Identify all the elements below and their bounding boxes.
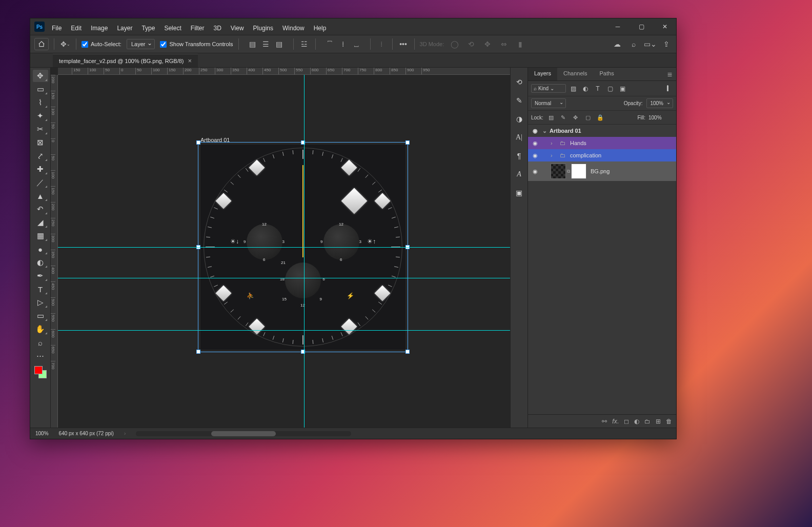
- type-tool[interactable]: T: [33, 283, 48, 295]
- adjustment-layer-icon[interactable]: ◐: [634, 418, 639, 425]
- layer-filter-dropdown[interactable]: ⌕ Kind ⌄: [531, 84, 566, 93]
- search-icon[interactable]: ⌕: [628, 38, 639, 50]
- adjustments-panel-icon[interactable]: ◑: [516, 115, 522, 123]
- eyedropper-tool[interactable]: ⤤: [33, 150, 48, 162]
- menu-type[interactable]: Type: [140, 23, 156, 34]
- libraries-panel-icon[interactable]: ▣: [516, 189, 522, 197]
- brushes-panel-icon[interactable]: ✎: [516, 96, 522, 105]
- show-transform-checkbox[interactable]: Show Transform Controls: [160, 41, 233, 48]
- glyphs-panel-icon[interactable]: A: [517, 170, 521, 178]
- filter-pixel-icon[interactable]: ▨: [568, 84, 578, 94]
- visibility-toggle[interactable]: ◉: [528, 140, 542, 147]
- marquee-tool[interactable]: ▭: [33, 83, 48, 95]
- lock-artboard-icon[interactable]: ▢: [583, 113, 593, 122]
- layer-thumbnail[interactable]: [551, 164, 566, 179]
- align-top-icon[interactable]: ⎴: [324, 38, 335, 50]
- paragraph-panel-icon[interactable]: ¶: [517, 152, 521, 160]
- document-tab[interactable]: template_facer_v2.psd @ 100% (BG.png, RG…: [53, 54, 198, 67]
- clone-stamp-tool[interactable]: ▲: [33, 190, 48, 202]
- move-tool[interactable]: ✥: [33, 70, 48, 82]
- horizontal-guide-2[interactable]: [58, 278, 510, 278]
- canvas-area[interactable]: 1501005005010015020025030035040045050055…: [51, 68, 510, 428]
- new-group-icon[interactable]: 🗀: [644, 418, 651, 425]
- opacity-input[interactable]: 100%: [646, 98, 673, 108]
- horizontal-ruler[interactable]: 1501005005010015020025030035040045050055…: [58, 68, 510, 75]
- menu-help[interactable]: Help: [313, 23, 328, 34]
- tab-paths[interactable]: Paths: [594, 68, 620, 80]
- visibility-toggle[interactable]: ◉: [528, 128, 542, 134]
- visibility-toggle[interactable]: ◉: [528, 152, 542, 159]
- move-tool-preset-icon[interactable]: ✥⌄: [59, 38, 71, 50]
- character-panel-icon[interactable]: A|: [516, 133, 522, 141]
- layer-mask-thumbnail[interactable]: [571, 164, 586, 179]
- delete-layer-icon[interactable]: 🗑: [666, 418, 672, 425]
- hand-tool[interactable]: ✋: [33, 323, 48, 335]
- auto-select-target-dropdown[interactable]: Layer: [127, 39, 155, 49]
- new-layer-icon[interactable]: ⊞: [656, 418, 661, 425]
- close-tab-icon[interactable]: ×: [188, 57, 192, 65]
- history-brush-tool[interactable]: ↶: [33, 203, 48, 215]
- panel-menu-icon[interactable]: ≡: [663, 68, 676, 80]
- lock-all-icon[interactable]: 🔒: [596, 113, 605, 122]
- align-center-icon[interactable]: ☰: [260, 38, 272, 50]
- horizontal-scrollbar[interactable]: [136, 431, 351, 436]
- layer-bg[interactable]: ◉ ⧉ BG.png: [528, 161, 676, 181]
- brush-tool[interactable]: ／: [33, 176, 48, 189]
- layer-group-hands[interactable]: ◉ › 🗀 Hands: [528, 137, 676, 149]
- horizontal-guide-3[interactable]: [58, 330, 510, 331]
- menu-3d[interactable]: 3D: [212, 23, 222, 34]
- menu-file[interactable]: File: [51, 23, 63, 34]
- minimize-button[interactable]: ─: [611, 22, 625, 32]
- align-left-icon[interactable]: ▤: [247, 38, 258, 50]
- menu-image[interactable]: Image: [90, 23, 109, 34]
- layer-group-complication[interactable]: ◉ › 🗀 complication: [528, 149, 676, 161]
- foreground-color[interactable]: [34, 366, 43, 374]
- tab-channels[interactable]: Channels: [557, 68, 593, 80]
- maximize-button[interactable]: ▢: [634, 22, 648, 32]
- tab-layers[interactable]: Layers: [528, 68, 557, 80]
- document-dimensions[interactable]: 640 px x 640 px (72 ppi): [59, 431, 114, 436]
- blend-mode-dropdown[interactable]: Normal: [531, 98, 566, 108]
- filter-smart-icon[interactable]: ▣: [617, 84, 627, 94]
- visibility-toggle[interactable]: ◉: [528, 168, 542, 175]
- vertical-guide[interactable]: [304, 75, 304, 428]
- lock-position-icon[interactable]: ✥: [571, 113, 580, 122]
- align-right-icon[interactable]: ▤: [274, 38, 285, 50]
- home-button[interactable]: [34, 38, 49, 50]
- history-panel-icon[interactable]: ⟲: [516, 78, 522, 86]
- lasso-tool[interactable]: ⌇: [33, 96, 48, 109]
- cloud-docs-icon[interactable]: ☁: [612, 38, 623, 50]
- align-bottom-icon[interactable]: ⎵: [351, 38, 362, 50]
- crop-tool[interactable]: ✂: [33, 123, 48, 135]
- layer-artboard[interactable]: ◉ ⌄ Artboard 01: [528, 125, 676, 137]
- pen-tool[interactable]: ✒: [33, 270, 48, 282]
- menu-select[interactable]: Select: [163, 23, 182, 34]
- zoom-tool[interactable]: ⌕: [33, 336, 48, 349]
- align-middle-icon[interactable]: ⁞: [337, 38, 349, 50]
- menu-filter[interactable]: Filter: [190, 23, 206, 34]
- lock-transparency-icon[interactable]: ▨: [546, 113, 556, 122]
- menu-layer[interactable]: Layer: [116, 23, 133, 34]
- horizontal-guide-1[interactable]: [58, 247, 510, 248]
- eraser-tool[interactable]: ◢: [33, 216, 48, 229]
- artboard-label[interactable]: Artboard 01: [200, 137, 405, 143]
- vertical-ruler[interactable]: 2001501005005010015020025030035040045050…: [51, 75, 58, 428]
- auto-select-checkbox[interactable]: Auto-Select:: [82, 41, 121, 48]
- fill-input[interactable]: 100%: [648, 115, 673, 120]
- blur-tool[interactable]: ●: [33, 243, 48, 255]
- more-options-icon[interactable]: •••: [398, 38, 409, 50]
- filter-adjust-icon[interactable]: ◐: [580, 84, 591, 94]
- align-distribute-icon[interactable]: ☳: [299, 38, 310, 50]
- workspace-icon[interactable]: ▭⌄: [644, 38, 656, 50]
- zoom-level[interactable]: 100%: [35, 431, 49, 436]
- menu-plugins[interactable]: Plugins: [252, 23, 274, 34]
- dodge-tool[interactable]: ◐: [33, 256, 48, 269]
- menu-edit[interactable]: Edit: [70, 23, 83, 34]
- filter-toggle-icon[interactable]: ⏽: [663, 84, 673, 94]
- rectangle-tool[interactable]: ▭: [33, 310, 48, 322]
- share-icon[interactable]: ⇪: [661, 38, 672, 50]
- magic-wand-tool[interactable]: ✦: [33, 110, 48, 122]
- edit-toolbar[interactable]: ⋯: [33, 350, 48, 362]
- menu-view[interactable]: View: [230, 23, 245, 34]
- lock-image-icon[interactable]: ✎: [559, 113, 568, 122]
